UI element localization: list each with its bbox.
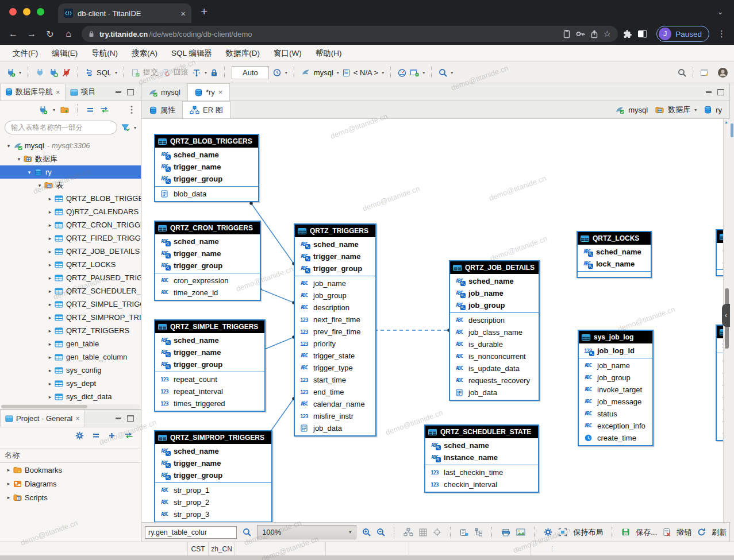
new-connection-icon[interactable] bbox=[38, 105, 48, 114]
menu-item-4[interactable]: SQL 编辑器 bbox=[164, 48, 219, 59]
er-table-QRTZ_BLOB_TRIGGERS[interactable]: QRTZ_BLOB_TRIGGERSABCsched_nameABCtrigge… bbox=[154, 134, 259, 202]
expand-all-icon[interactable] bbox=[108, 432, 116, 439]
maximize-icon[interactable] bbox=[127, 89, 134, 95]
er-column[interactable]: job_data bbox=[295, 422, 375, 434]
er-column[interactable]: blob_data bbox=[155, 188, 258, 200]
er-column[interactable]: ABCtrigger_name bbox=[155, 161, 258, 173]
profile-chip[interactable]: J Paused bbox=[656, 26, 709, 42]
print-icon[interactable] bbox=[501, 528, 510, 536]
er-column[interactable]: ABCtrigger_type bbox=[295, 362, 375, 374]
refresh-button[interactable]: 刷新 bbox=[712, 527, 727, 538]
er-column[interactable]: ABCdescription bbox=[295, 302, 375, 314]
chevron-right-icon[interactable]: ▸ bbox=[5, 495, 13, 500]
er-column[interactable]: ABCsched_name bbox=[578, 246, 651, 258]
er-table-header[interactable]: QRTZ_SIMPROP_TRIGGERS bbox=[155, 431, 271, 444]
minimize-icon[interactable] bbox=[116, 418, 121, 419]
rollback-label[interactable]: 回滚 bbox=[174, 67, 189, 78]
transaction-history-icon[interactable] bbox=[272, 68, 282, 77]
toggle-grid-icon[interactable] bbox=[419, 528, 427, 536]
chevron-right-icon[interactable]: ▸ bbox=[46, 328, 54, 334]
reload-button[interactable]: ↻ bbox=[41, 29, 59, 40]
extensions-icon[interactable] bbox=[622, 29, 632, 38]
collapse-all-icon[interactable] bbox=[92, 432, 100, 439]
show-notes-icon[interactable] bbox=[460, 528, 468, 536]
password-key-icon[interactable] bbox=[576, 31, 585, 37]
minimize-icon[interactable] bbox=[706, 91, 712, 93]
collapsed-view-icon[interactable] bbox=[731, 123, 733, 137]
er-column[interactable]: 123repeat_count bbox=[155, 373, 264, 385]
search-icon[interactable] bbox=[243, 528, 251, 536]
project-item[interactable]: ▸Diagrams bbox=[0, 477, 141, 491]
menu-item-5[interactable]: 数据库(D) bbox=[219, 48, 267, 59]
tree-item[interactable]: ▾数据库 bbox=[0, 152, 141, 165]
data-search-icon[interactable] bbox=[439, 68, 447, 77]
subtab-er-diagram[interactable]: ER 图 bbox=[182, 101, 230, 118]
er-column[interactable]: 123checkin_interval bbox=[425, 478, 538, 491]
perspective-icon[interactable] bbox=[700, 68, 709, 77]
er-column[interactable]: ABCjob_name bbox=[295, 277, 375, 289]
tree-item[interactable]: ▸sys_dict_data bbox=[0, 390, 141, 403]
chevron-right-icon[interactable]: ▸ bbox=[46, 368, 54, 373]
er-column[interactable]: ABCtrigger_group bbox=[155, 173, 258, 185]
menu-item-0[interactable]: 文件(F) bbox=[6, 48, 45, 59]
diagram-settings-icon[interactable] bbox=[544, 528, 552, 536]
er-column[interactable]: ABCstatus bbox=[579, 408, 652, 420]
er-table-header[interactable]: QRTZ_SIMPLE_TRIGGERS bbox=[155, 320, 264, 333]
side-panel-icon[interactable] bbox=[637, 30, 647, 38]
subtab-properties[interactable]: 属性 bbox=[143, 102, 182, 118]
dashboard-icon[interactable] bbox=[398, 68, 406, 77]
commit-label[interactable]: 提交 bbox=[143, 67, 158, 78]
chevron-right-icon[interactable]: ▸ bbox=[46, 209, 54, 215]
save-icon[interactable] bbox=[621, 528, 630, 536]
er-column[interactable]: ABCstr_prop_3 bbox=[155, 508, 271, 520]
table-filter-input[interactable] bbox=[5, 121, 117, 134]
global-search-icon[interactable] bbox=[678, 68, 686, 77]
er-column[interactable]: ABClock_name bbox=[578, 258, 651, 270]
fit-page-icon[interactable] bbox=[433, 528, 441, 536]
tree-item[interactable]: ▸QRTZ_JOB_DETAILS bbox=[0, 245, 141, 258]
er-table-header[interactable]: QRTZ_LOCKS bbox=[578, 232, 651, 245]
tree-item[interactable]: ▸sys_dept bbox=[0, 377, 141, 390]
new-tab-button[interactable]: + bbox=[201, 5, 207, 18]
er-column[interactable]: 123priority bbox=[295, 338, 375, 350]
tree-item[interactable]: ▸sys_config bbox=[0, 364, 141, 377]
er-column[interactable]: ABCis_update_data bbox=[450, 362, 539, 374]
minimize-icon[interactable] bbox=[116, 91, 121, 93]
er-column[interactable]: ABCtrigger_group bbox=[155, 358, 264, 370]
close-icon[interactable]: × bbox=[218, 88, 223, 96]
er-column[interactable]: ABCjob_group bbox=[295, 289, 375, 302]
er-table-QRTZ_LOCKS[interactable]: QRTZ_LOCKSABCsched_nameABClock_name bbox=[577, 231, 652, 278]
transaction-log-icon[interactable] bbox=[192, 68, 201, 77]
select-frame-icon[interactable] bbox=[558, 528, 567, 536]
save-button[interactable]: 保存... bbox=[636, 527, 657, 538]
clipboard-icon[interactable] bbox=[563, 29, 571, 38]
er-column[interactable]: 123job_log_id bbox=[579, 345, 652, 357]
undo-icon[interactable] bbox=[663, 528, 671, 536]
er-column[interactable]: 123prev_fire_time bbox=[295, 326, 375, 338]
chevron-down-icon[interactable]: ▾ bbox=[25, 169, 33, 175]
er-table-header[interactable]: QRTZ_TRIGGERS bbox=[295, 225, 375, 237]
disconnect-icon[interactable] bbox=[62, 68, 71, 77]
er-column[interactable]: ABCcron_expression bbox=[155, 275, 260, 287]
menu-item-2[interactable]: 导航(N) bbox=[84, 48, 125, 59]
auto-layout-icon[interactable] bbox=[403, 528, 413, 536]
er-column[interactable]: ABCsched_name bbox=[450, 275, 539, 287]
bookmark-star-icon[interactable]: ☆ bbox=[604, 29, 611, 39]
er-column[interactable]: job_data bbox=[450, 387, 539, 399]
menu-item-1[interactable]: 编辑(E) bbox=[45, 48, 84, 59]
forward-button[interactable]: → bbox=[23, 29, 40, 39]
er-column[interactable]: ABCsched_name bbox=[295, 238, 375, 250]
maximize-icon[interactable] bbox=[717, 89, 724, 95]
tree-item[interactable]: ▸QRTZ_SCHEDULER_STATE bbox=[0, 284, 141, 298]
er-table-QRTZ_JOB_DETAILS[interactable]: QRTZ_JOB_DETAILSABCsched_nameABCjob_name… bbox=[449, 260, 540, 401]
chevron-right-icon[interactable]: ▸ bbox=[5, 467, 13, 473]
er-table-header[interactable]: QRTZ_CRON_TRIGGERS bbox=[155, 222, 260, 234]
dialect-label[interactable]: mysql bbox=[314, 68, 333, 77]
er-table-header[interactable]: QRTZ_JOB_DETAILS bbox=[450, 261, 539, 274]
er-column[interactable]: create_time bbox=[579, 432, 652, 444]
close-icon[interactable]: × bbox=[56, 88, 60, 96]
refresh-icon[interactable] bbox=[697, 528, 706, 536]
keep-layout-button[interactable]: 保持布局 bbox=[573, 527, 603, 538]
project-item[interactable]: ▸Scripts bbox=[0, 491, 141, 504]
er-column[interactable]: ABCstr_prop_2 bbox=[155, 496, 271, 508]
